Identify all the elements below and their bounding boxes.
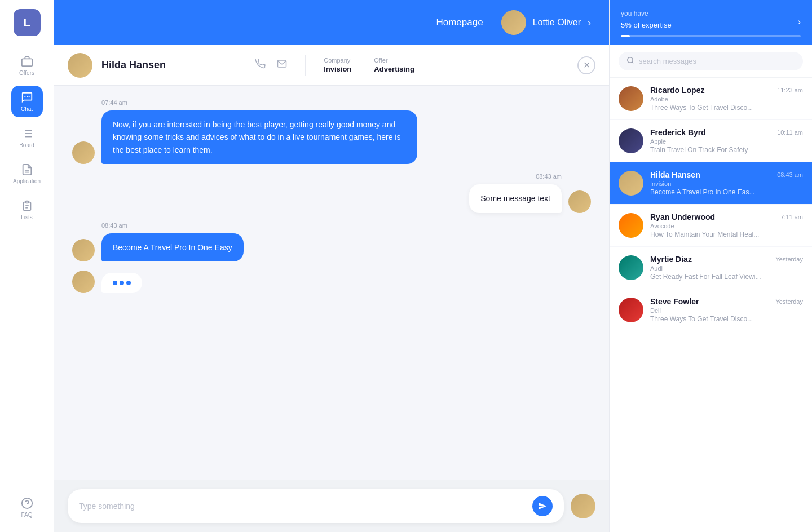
list-item[interactable]: Steve Fowler Yesterday Dell Three Ways T… (610, 289, 812, 331)
contact-name: Ryan Underwood (650, 212, 715, 221)
message-avatar (72, 271, 95, 293)
sidebar-item-lists-label: Lists (21, 214, 33, 220)
contact-avatar (619, 171, 643, 196)
user-profile[interactable]: Lottie Oliver › (501, 10, 591, 35)
sidebar-user-avatar: L (14, 9, 41, 36)
board-icon (21, 127, 33, 140)
message-bubble: Some message text (469, 184, 562, 212)
svg-rect-9 (25, 201, 29, 203)
contact-content: Frederick Byrd 10:11 am Apple Train Trav… (650, 128, 803, 154)
typing-dot-2 (120, 281, 124, 285)
close-button[interactable]: ✕ (577, 56, 595, 74)
expertise-chevron-icon[interactable]: › (798, 17, 801, 27)
search-input[interactable] (639, 57, 795, 65)
message-wrap: 07:44 am Now, if you are interested in b… (102, 99, 417, 164)
contact-avatar (619, 298, 643, 322)
expertise-progress-fill (621, 35, 630, 37)
contact-content: Ryan Underwood 7:11 am Avocode How To Ma… (650, 212, 803, 238)
svg-point-14 (628, 57, 633, 63)
typing-dot-3 (126, 281, 131, 285)
list-item[interactable]: Ricardo Lopez 11:23 am Adobe Three Ways … (610, 78, 812, 120)
contact-name: Hilda Hansen (102, 59, 246, 71)
contact-company: Apple (650, 138, 803, 145)
contact-avatar (68, 53, 92, 78)
homepage-link[interactable]: Homepage (436, 17, 483, 28)
list-item[interactable]: Frederick Byrd 10:11 am Apple Train Trav… (610, 120, 812, 162)
list-item[interactable]: Ryan Underwood 7:11 am Avocode How To Ma… (610, 205, 812, 247)
message-list: Ricardo Lopez 11:23 am Adobe Three Ways … (610, 78, 812, 532)
typing-bubble (102, 273, 142, 293)
typing-dot-1 (113, 281, 117, 285)
sidebar-item-chat-label: Chat (21, 106, 33, 112)
list-item-active[interactable]: Hilda Hansen 08:43 am Invision Become A … (610, 162, 812, 205)
briefcase-icon (21, 55, 33, 68)
contact-avatar (619, 128, 643, 153)
sidebar-item-offers[interactable]: Offers (11, 50, 43, 81)
topnav: Homepage Lottie Oliver › (54, 0, 609, 45)
contact-company: Invision (650, 180, 803, 187)
contact-company: Avocode (650, 223, 803, 229)
search-icon (626, 56, 634, 66)
sidebar-item-application-label: Application (13, 178, 41, 184)
sidebar: L Offers Chat Board Application (0, 0, 54, 532)
sidebar-item-board[interactable]: Board (11, 122, 43, 153)
contact-time: Yesterday (775, 256, 803, 263)
chat-icon (21, 91, 33, 104)
expertise-progress-track (621, 35, 801, 37)
contact-time: 11:23 am (777, 87, 803, 94)
contact-name: Hilda Hansen (650, 170, 700, 179)
svg-line-15 (632, 62, 634, 64)
contact-preview: Train Travel On Track For Safety (650, 146, 803, 154)
contact-content: Hilda Hansen 08:43 am Invision Become A … (650, 170, 803, 196)
message-search (610, 45, 812, 78)
message-time: 07:44 am (102, 99, 417, 106)
faq-icon (21, 497, 33, 509)
message-time: 08:43 am (102, 222, 244, 229)
avatar-image (501, 10, 526, 35)
email-icon[interactable] (277, 59, 287, 72)
contact-content: Myrtie Diaz Yesterday Audi Get Ready Fas… (650, 255, 803, 281)
contact-avatar (619, 86, 643, 111)
message-wrap: 08:43 am Some message text (469, 173, 562, 212)
contact-content: Ricardo Lopez 11:23 am Adobe Three Ways … (650, 86, 803, 112)
contact-preview: Three Ways To Get Travel Disco... (650, 315, 803, 323)
chat-input-area (54, 480, 609, 532)
offer-meta: Offer Advertising (374, 57, 414, 74)
contact-name: Frederick Byrd (650, 128, 706, 137)
contact-avatar (619, 255, 643, 280)
contact-name: Myrtie Diaz (650, 255, 692, 264)
message-input-wrap (68, 489, 564, 523)
main-content: Homepage Lottie Oliver › Hilda Hansen (54, 0, 609, 532)
sidebar-item-board-label: Board (19, 142, 34, 148)
phone-icon[interactable] (255, 59, 266, 72)
message-wrap: 08:43 am Become A Travel Pro In One Easy (102, 222, 244, 261)
sidebar-item-application[interactable]: Application (11, 158, 43, 189)
sidebar-item-chat[interactable]: Chat (11, 86, 43, 117)
chat-body: 07:44 am Now, if you are interested in b… (54, 86, 609, 480)
contact-company: Dell (650, 307, 803, 314)
contact-time: 10:11 am (777, 129, 803, 136)
sidebar-item-lists[interactable]: Lists (11, 194, 43, 225)
message-row: 08:43 am Become A Travel Pro In One Easy (72, 222, 591, 261)
contact-time: 08:43 am (777, 171, 803, 178)
user-name: Lottie Oliver (533, 17, 581, 28)
send-button[interactable] (532, 496, 553, 516)
contact-name: Ricardo Lopez (650, 86, 704, 95)
expertise-label: you have (621, 10, 672, 17)
chat-meta: Company Invision Offer Advertising (324, 57, 414, 74)
send-icon (538, 502, 547, 511)
list-item[interactable]: Myrtie Diaz Yesterday Audi Get Ready Fas… (610, 247, 812, 289)
message-avatar (72, 239, 95, 261)
chat-header-actions (255, 59, 287, 72)
lists-icon (21, 200, 33, 212)
contact-name: Steve Fowler (650, 297, 699, 306)
sidebar-item-faq-label: FAQ (21, 512, 32, 518)
message-input[interactable] (79, 502, 532, 511)
topnav-chevron-icon: › (588, 17, 591, 29)
sidebar-item-faq[interactable]: FAQ (11, 491, 43, 523)
message-avatar (568, 190, 591, 213)
topnav-user-avatar (501, 10, 526, 35)
message-bubble: Become A Travel Pro In One Easy (102, 233, 244, 261)
input-user-avatar (571, 494, 595, 518)
contact-content: Steve Fowler Yesterday Dell Three Ways T… (650, 297, 803, 323)
